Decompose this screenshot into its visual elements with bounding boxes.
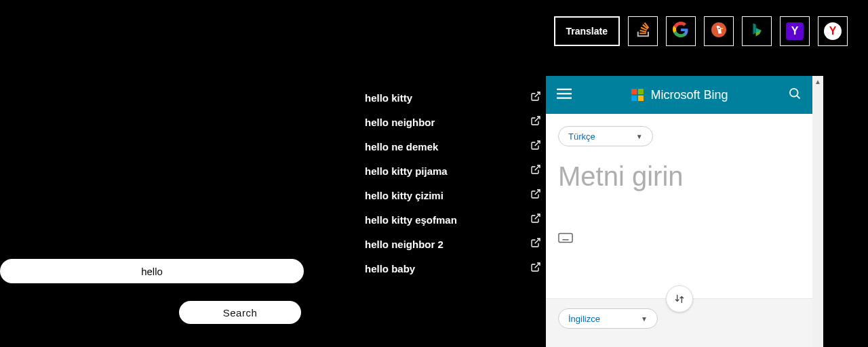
open-external-icon[interactable] (530, 164, 541, 178)
svg-rect-7 (631, 96, 637, 101)
bing-icon (749, 22, 764, 40)
translator-output-area: İngilizce ▼ (546, 298, 812, 347)
suggestion-label: hello neighbor (365, 117, 435, 128)
suggestion-label: hello neighbor 2 (365, 239, 443, 250)
menu-icon[interactable] (557, 86, 572, 104)
swap-languages-button[interactable] (666, 285, 693, 312)
translate-input-placeholder[interactable]: Metni girin (558, 161, 800, 192)
bing-button[interactable] (742, 16, 772, 46)
svg-rect-4 (557, 98, 572, 99)
suggestion-item[interactable]: hello neighbor (365, 110, 541, 134)
microsoft-logo-icon (631, 89, 644, 101)
svg-rect-8 (638, 96, 644, 101)
open-external-icon[interactable] (530, 115, 541, 129)
to-language-label: İngilizce (568, 314, 600, 324)
google-button[interactable] (666, 16, 696, 46)
translator-title: Microsoft Bing (581, 88, 778, 102)
open-external-icon[interactable] (530, 262, 541, 275)
keyboard-icon[interactable] (558, 232, 573, 243)
suggestion-item[interactable]: hello kitty pijama (365, 159, 541, 183)
suggestion-label: hello baby (365, 263, 415, 274)
scroll-up-icon[interactable]: ▲ (812, 76, 823, 87)
translator-brand-label: Microsoft Bing (650, 88, 728, 102)
suggestion-item[interactable]: hello baby (365, 256, 541, 281)
search-button[interactable]: Search (179, 301, 301, 324)
open-external-icon[interactable] (530, 91, 541, 104)
svg-line-10 (797, 96, 800, 98)
chevron-down-icon: ▼ (641, 315, 648, 323)
to-language-select[interactable]: İngilizce ▼ (558, 308, 658, 329)
open-external-icon[interactable] (530, 213, 541, 226)
suggestion-item[interactable]: hello kitty (365, 85, 541, 110)
from-language-label: Türkçe (568, 131, 595, 142)
stackoverflow-icon (635, 22, 650, 40)
chevron-down-icon: ▼ (636, 133, 643, 140)
yandex-button[interactable]: Y (818, 16, 848, 46)
svg-rect-5 (631, 89, 637, 94)
suggestion-label: hello kitty eşofman (365, 214, 457, 226)
duckduckgo-icon (711, 22, 727, 41)
search-icon[interactable] (788, 87, 802, 103)
yahoo-icon: Y (786, 22, 804, 40)
open-external-icon[interactable] (530, 237, 541, 251)
open-external-icon[interactable] (530, 188, 541, 202)
translator-body: Türkçe ▼ Metni girin (546, 114, 812, 246)
from-language-select[interactable]: Türkçe ▼ (558, 126, 653, 146)
svg-rect-11 (559, 234, 572, 243)
search-input[interactable] (0, 259, 304, 283)
svg-rect-3 (557, 93, 572, 94)
engine-toolbar: Translate Y Y (554, 16, 848, 46)
translator-pane: Microsoft Bing Türkçe ▼ Metni girin İngi… (546, 76, 823, 347)
svg-rect-2 (557, 89, 572, 90)
translate-button[interactable]: Translate (554, 16, 620, 46)
suggestions-list: hello kitty hello neighbor hello ne deme… (365, 85, 541, 281)
stackoverflow-button[interactable] (628, 16, 658, 46)
open-external-icon[interactable] (530, 140, 541, 153)
svg-rect-6 (638, 89, 644, 94)
suggestion-item[interactable]: hello neighbor 2 (365, 232, 541, 256)
svg-point-9 (790, 89, 798, 97)
search-area: Search (0, 259, 304, 324)
suggestion-label: hello kitty pijama (365, 165, 448, 177)
suggestion-item[interactable]: hello kitty eşofman (365, 207, 541, 232)
yandex-icon: Y (824, 22, 842, 40)
translator-header: Microsoft Bing (546, 76, 812, 114)
suggestion-label: hello ne demek (365, 141, 438, 152)
google-icon (673, 22, 689, 41)
translate-label: Translate (566, 26, 608, 37)
yahoo-button[interactable]: Y (780, 16, 810, 46)
suggestion-label: hello kitty çizimi (365, 190, 443, 201)
svg-point-1 (719, 28, 720, 29)
suggestion-item[interactable]: hello kitty çizimi (365, 183, 541, 207)
duckduckgo-button[interactable] (704, 16, 734, 46)
scrollbar[interactable]: ▲ (812, 76, 823, 347)
suggestion-item[interactable]: hello ne demek (365, 134, 541, 159)
suggestion-label: hello kitty (365, 92, 412, 104)
